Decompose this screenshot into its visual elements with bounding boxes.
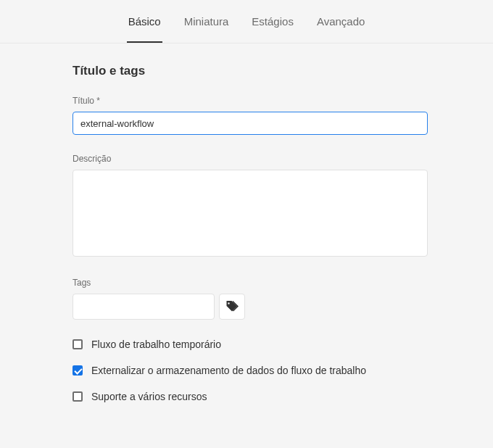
tab-avancado[interactable]: Avançado — [315, 14, 366, 43]
field-title: Título * — [72, 96, 428, 135]
field-tags: Tags — [72, 278, 428, 320]
tab-basico[interactable]: Básico — [127, 14, 162, 43]
form-content: Título e tags Título * Descrição Tags Fl… — [0, 43, 428, 402]
checkbox-row-externalizar[interactable]: Externalizar o armazenamento de dados do… — [72, 365, 428, 376]
checkbox-temporario[interactable] — [72, 339, 83, 349]
tabs-bar: Básico Miniatura Estágios Avançado — [0, 0, 493, 43]
description-label: Descrição — [72, 154, 428, 164]
tab-miniatura[interactable]: Miniatura — [183, 14, 231, 43]
title-label: Título * — [72, 96, 428, 106]
checkbox-row-temporario[interactable]: Fluxo de trabalho temporário — [72, 339, 428, 350]
field-description: Descrição — [72, 154, 428, 259]
checkbox-externalizar[interactable] — [72, 365, 83, 376]
checkbox-label-suporte: Suporte a vários recursos — [91, 391, 207, 402]
description-input[interactable] — [72, 170, 428, 257]
tags-label: Tags — [72, 278, 428, 288]
checkbox-label-temporario: Fluxo de trabalho temporário — [91, 339, 221, 350]
tag-icon — [225, 300, 239, 313]
checkbox-suporte[interactable] — [72, 391, 83, 402]
checkbox-label-externalizar: Externalizar o armazenamento de dados do… — [91, 365, 366, 376]
tags-picker-button[interactable] — [219, 294, 245, 320]
title-input[interactable] — [72, 112, 428, 135]
checkbox-row-suporte[interactable]: Suporte a vários recursos — [72, 391, 428, 402]
tab-estagios[interactable]: Estágios — [250, 14, 295, 43]
section-title: Título e tags — [72, 64, 428, 78]
tags-input[interactable] — [72, 294, 215, 320]
